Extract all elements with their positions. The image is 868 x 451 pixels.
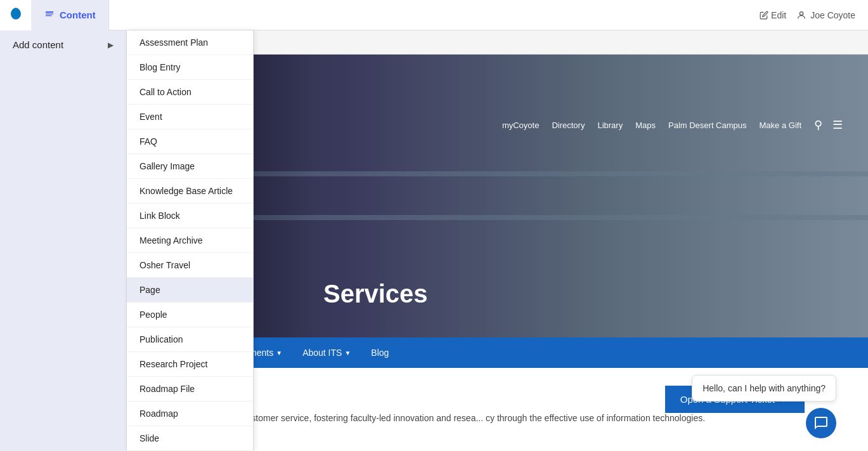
- chat-button[interactable]: [806, 408, 836, 438]
- nav-blog[interactable]: Blog: [362, 337, 398, 368]
- content-type-publication[interactable]: Publication: [127, 327, 253, 352]
- nav-palm-desert[interactable]: Palm Desert Campus: [668, 121, 747, 130]
- dropdown-container: Add content ▶ Assessment Plan Blog Entry…: [0, 30, 254, 451]
- chat-area: Hello, can I help with anything?: [692, 375, 836, 438]
- nav-maps[interactable]: Maps: [635, 121, 656, 130]
- content-type-people[interactable]: People: [127, 303, 253, 327]
- add-content-label: Add content: [13, 39, 63, 50]
- nav-directory[interactable]: Directory: [552, 121, 585, 130]
- drupal-logo: [0, 0, 32, 30]
- content-type-roadmap[interactable]: Roadmap: [127, 402, 253, 426]
- add-content-item[interactable]: Add content ▶: [0, 30, 126, 59]
- edit-label: Edit: [771, 10, 786, 20]
- add-content-panel: Add content ▶: [0, 30, 127, 451]
- svg-rect-1: [46, 11, 53, 13]
- svg-point-0: [14, 10, 18, 14]
- content-tab[interactable]: Content: [32, 0, 109, 30]
- edit-link[interactable]: Edit: [760, 10, 786, 20]
- content-type-knowledge-base[interactable]: Knowledge Base Article: [127, 179, 253, 204]
- content-type-call-to-action[interactable]: Call to Action: [127, 80, 253, 105]
- admin-bar-right: Edit Joe Coyote: [760, 10, 868, 20]
- chat-bubble: Hello, can I help with anything?: [692, 375, 836, 402]
- svg-point-4: [800, 11, 803, 15]
- svg-rect-3: [46, 15, 51, 16]
- user-name: Joe Coyote: [810, 10, 855, 20]
- search-icon[interactable]: ⚲: [814, 118, 822, 132]
- menu-icon[interactable]: ☰: [832, 118, 843, 132]
- content-type-roadmap-file[interactable]: Roadmap File: [127, 377, 253, 402]
- content-type-link-block[interactable]: Link Block: [127, 204, 253, 228]
- content-type-faq[interactable]: FAQ: [127, 129, 253, 154]
- content-type-slide[interactable]: Slide: [127, 426, 253, 451]
- content-type-assessment-plan[interactable]: Assessment Plan: [127, 30, 253, 55]
- content-type-meeting-archive[interactable]: Meeting Archive: [127, 228, 253, 253]
- content-type-blog-entry[interactable]: Blog Entry: [127, 55, 253, 80]
- chevron-right-icon: ▶: [108, 41, 113, 49]
- content-type-osher-travel[interactable]: Osher Travel: [127, 253, 253, 278]
- nav-about-its[interactable]: About ITS ▼: [294, 337, 360, 368]
- content-type-gallery-image[interactable]: Gallery Image: [127, 154, 253, 179]
- svg-rect-2: [46, 13, 53, 14]
- about-its-dropdown-caret: ▼: [344, 350, 351, 356]
- nav-make-gift[interactable]: Make a Gift: [760, 121, 801, 130]
- content-tab-label: Content: [60, 10, 96, 20]
- chat-bubble-text: Hello, can I help with anything?: [703, 383, 826, 393]
- content-type-event[interactable]: Event: [127, 105, 253, 129]
- nav-library[interactable]: Library: [597, 121, 623, 130]
- departments-dropdown-caret: ▼: [276, 350, 282, 356]
- content-type-research-project[interactable]: Research Project: [127, 352, 253, 377]
- content-type-list: Assessment Plan Blog Entry Call to Actio…: [127, 30, 254, 451]
- user-link[interactable]: Joe Coyote: [796, 10, 855, 20]
- nav-mycoyote[interactable]: myCoyote: [502, 121, 540, 130]
- content-type-page[interactable]: Page: [127, 278, 253, 303]
- nav-icons: ⚲ ☰: [814, 118, 843, 132]
- admin-bar: Content Edit Joe Coyote: [0, 0, 868, 30]
